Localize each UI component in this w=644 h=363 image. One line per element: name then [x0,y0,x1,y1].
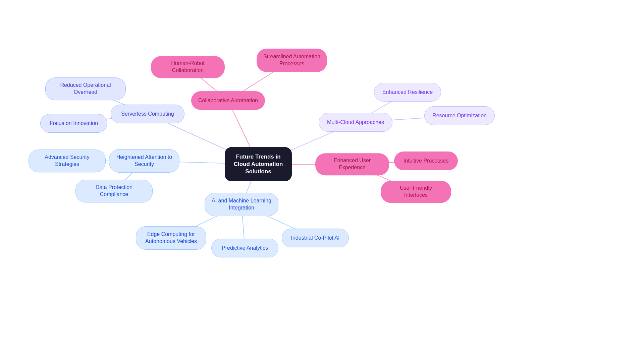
node-resource_opt[interactable]: Resource Optimization [424,106,495,125]
node-advanced_security[interactable]: Advanced Security Strategies [29,149,106,172]
node-user_friendly[interactable]: User-Friendly Interfaces [381,181,451,203]
node-center[interactable]: Future Trends in Cloud Automation Soluti… [225,147,292,181]
node-predictive[interactable]: Predictive Analytics [211,239,278,257]
node-ai_ml[interactable]: AI and Machine Learning Integration [205,193,278,216]
node-focus_innovation[interactable]: Focus on Innovation [40,114,107,133]
node-intuitive[interactable]: Intuitive Processes [394,152,458,170]
node-data_protection[interactable]: Data Protection Compliance [75,180,153,202]
mindmap-container: Future Trends in Cloud Automation Soluti… [0,0,644,363]
node-human_robot[interactable]: Human-Robot Collaboration [151,56,225,78]
node-industrial_ai[interactable]: Industrial Co-Pilot AI [282,229,349,247]
node-serverless[interactable]: Serverless Computing [111,105,184,123]
node-heightened_security[interactable]: Heightened Attention to Security [109,149,179,173]
node-streamlined[interactable]: Streamlined Automation Processes [257,49,327,72]
node-enhanced_resilience[interactable]: Enhanced Resilience [374,83,441,102]
node-multi_cloud[interactable]: Multi-Cloud Approaches [319,113,392,132]
node-enhanced_ux[interactable]: Enhanced User Experience [315,153,389,175]
node-reduced_overhead[interactable]: Reduced Operational Overhead [45,77,126,100]
node-edge_computing[interactable]: Edge Computing for Autonomous Vehicles [136,226,206,250]
node-collaborative_automation[interactable]: Collaborative Automation [191,91,265,110]
